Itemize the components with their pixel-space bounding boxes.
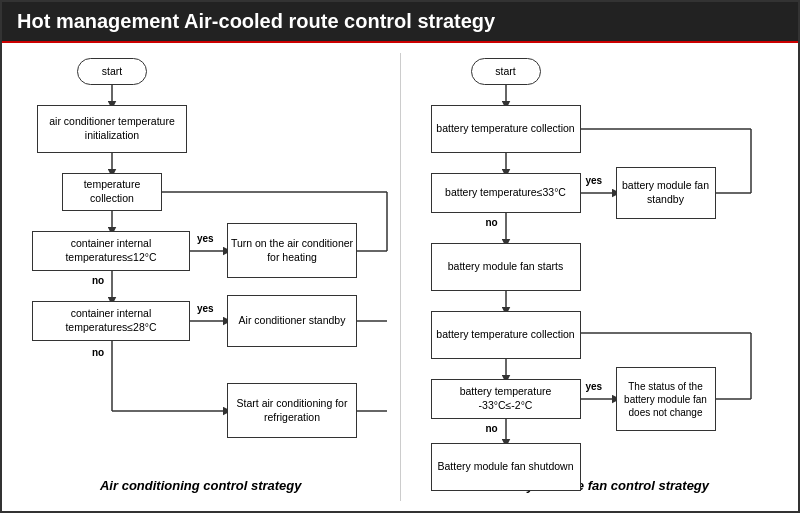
left-section: start air conditioner temperature initia…	[12, 53, 390, 501]
right-cond1-no-label: no	[486, 217, 498, 228]
left-start-box: start	[77, 58, 147, 85]
left-cond2-no-label: no	[92, 347, 104, 358]
right-cond2-box: battery temperature -33°C≤-2°C	[431, 379, 581, 419]
right-fan-starts-box: battery module fan starts	[431, 243, 581, 291]
left-cond1-box: container internal temperatures≤12°C	[32, 231, 190, 271]
right-start-box: start	[471, 58, 541, 85]
left-cond2-box: container internal temperatures≤28°C	[32, 301, 190, 341]
left-temp-collect-box: temperature collection	[62, 173, 162, 211]
right-no-change-box: The status of the battery module fan doe…	[616, 367, 716, 431]
right-section: start battery temperature collection bat…	[400, 53, 789, 501]
left-caption: Air conditioning control strategy	[100, 478, 302, 493]
right-fan-standby-box: battery module fan standby	[616, 167, 716, 219]
right-cond2-no-label: no	[486, 423, 498, 434]
page-title: Hot management Air-cooled route control …	[2, 2, 798, 43]
left-flowchart: start air conditioner temperature initia…	[12, 53, 390, 473]
content-area: start air conditioner temperature initia…	[2, 43, 798, 511]
right-cond1-yes-label: yes	[586, 175, 603, 186]
right-flowchart: start battery temperature collection bat…	[411, 53, 789, 473]
right-cond1-box: battery temperature≤33°C	[431, 173, 581, 213]
right-cond2-yes-label: yes	[586, 381, 603, 392]
right-fan-shutdown-box: Battery module fan shutdown	[431, 443, 581, 491]
left-action2-box: Air conditioner standby	[227, 295, 357, 347]
left-cond1-no-label: no	[92, 275, 104, 286]
right-bat-temp1-box: battery temperature collection	[431, 105, 581, 153]
main-container: Hot management Air-cooled route control …	[0, 0, 800, 513]
left-action1-box: Turn on the air conditioner for heating	[227, 223, 357, 278]
right-bat-temp2-box: battery temperature collection	[431, 311, 581, 359]
left-action3-box: Start air conditioning for refrigeration	[227, 383, 357, 438]
left-init-box: air conditioner temperature initializati…	[37, 105, 187, 153]
left-cond1-yes-label: yes	[197, 233, 214, 244]
left-cond2-yes-label: yes	[197, 303, 214, 314]
